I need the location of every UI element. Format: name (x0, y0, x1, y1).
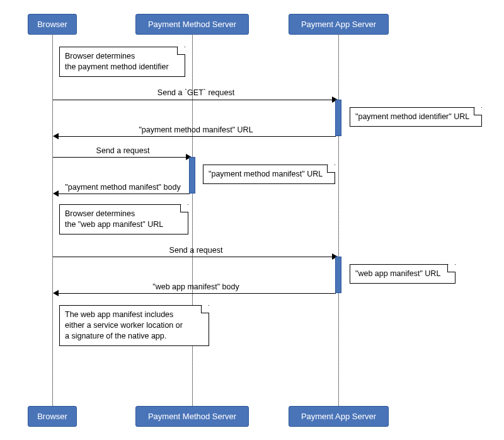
message-label-req-pas: Send a request (53, 246, 339, 255)
participant-label: Payment Method Server (148, 412, 236, 421)
message-req-pas (53, 257, 335, 257)
note-text: "payment method manifest" URL (209, 170, 323, 178)
note-text: The web app manifest includes either a s… (65, 310, 183, 340)
arrow-icon (53, 190, 59, 197)
note-text: "web app manifest" URL (355, 269, 440, 278)
message-label-pmm-url: "payment method manifest" URL (53, 125, 339, 134)
note-pmi-url: "payment method identifier" URL (350, 107, 482, 127)
participant-pas-top: Payment App Server (289, 14, 389, 35)
participant-browser-bottom: Browser (28, 406, 77, 427)
message-label-req-pms: Send a request (53, 146, 193, 155)
note-wam-includes: The web app manifest includes either a s… (59, 305, 209, 346)
note-text: Browser determines the payment method id… (65, 52, 169, 71)
participant-pms-bottom: Payment Method Server (135, 406, 249, 427)
note-text: "payment method identifier" URL (355, 112, 469, 121)
note-text: Browser determines the "web app manifest… (65, 209, 163, 229)
message-label-pmm-body: "payment method manifest" body (53, 183, 193, 192)
message-label-wam-body: "web app manifest" body (53, 282, 339, 291)
note-determine-identifier: Browser determines the payment method id… (59, 47, 185, 77)
message-label-get: Send a `GET` request (53, 88, 339, 97)
message-req-pms (53, 157, 189, 158)
note-wam-url: "web app manifest" URL (350, 264, 455, 284)
participant-label: Browser (37, 20, 67, 29)
note-determine-wam: Browser determines the "web app manifest… (59, 204, 188, 234)
message-get (53, 100, 335, 100)
participant-label: Browser (37, 412, 67, 421)
arrow-icon (53, 290, 59, 296)
participant-label: Payment App Server (301, 412, 376, 421)
participant-pas-bottom: Payment App Server (289, 406, 389, 427)
message-wam-body (56, 293, 336, 294)
note-pmm-url: "payment method manifest" URL (203, 165, 335, 184)
participant-label: Payment App Server (301, 20, 376, 29)
participant-browser-top: Browser (28, 14, 77, 35)
arrow-icon (53, 133, 59, 139)
message-pmm-body (56, 194, 190, 194)
message-pmm-url (56, 136, 336, 137)
participant-pms-top: Payment Method Server (135, 14, 249, 35)
participant-label: Payment Method Server (148, 20, 236, 29)
